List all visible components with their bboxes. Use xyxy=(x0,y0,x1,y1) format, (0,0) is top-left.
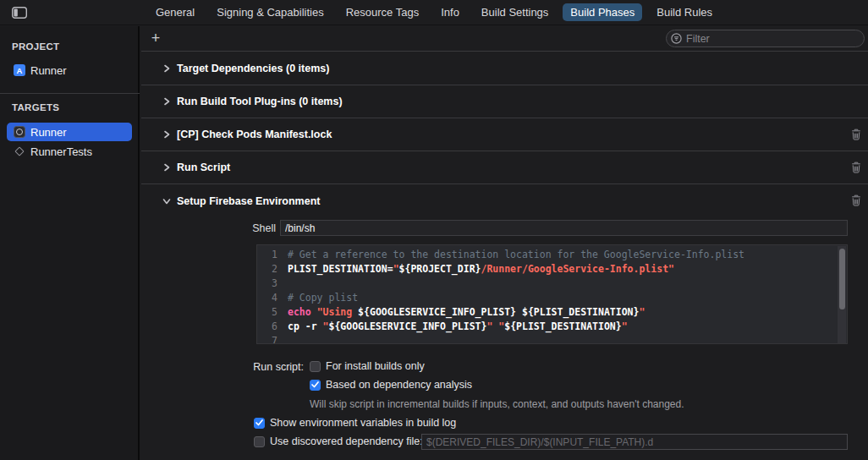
disclosure-button[interactable] xyxy=(162,162,173,172)
tab-build-settings[interactable]: Build Settings xyxy=(474,3,557,21)
phase-row-run-build-tool-plugins[interactable]: Run Build Tool Plug-ins (0 items) xyxy=(141,85,868,118)
code-line: 4# Copy plist xyxy=(257,291,847,305)
code-line: 5echo "Using ${GOOGLESERVICE_INFO_PLIST}… xyxy=(257,305,847,320)
code-line: 7 xyxy=(257,334,847,344)
code-line: 6cp -r "${GOOGLESERVICE_INFO_PLIST}" "${… xyxy=(257,320,847,334)
phase-title: Run Build Tool Plug-ins (0 items) xyxy=(177,96,343,107)
chevron-right-icon xyxy=(162,129,172,140)
sidebar-item-target-runnertests[interactable]: RunnerTests xyxy=(7,142,132,161)
editor-scrollbar[interactable] xyxy=(838,246,846,344)
target-editor-tabbar: General Signing & Capabilities Resource … xyxy=(0,0,868,25)
code-line: 3 xyxy=(257,277,847,291)
targets-section-header: TARGETS xyxy=(12,102,59,112)
disclosure-button[interactable] xyxy=(162,63,173,74)
app-target-icon xyxy=(14,126,25,138)
script-code-editor[interactable]: 1# Get a reference to the destination lo… xyxy=(256,244,848,344)
dependency-analysis-note: Will skip script in incremental builds i… xyxy=(310,398,684,410)
chevron-right-icon xyxy=(162,96,172,107)
checkbox-label: Use discovered dependency file: xyxy=(270,435,423,447)
tab-build-phases[interactable]: Build Phases xyxy=(563,3,642,21)
shell-label: Shell xyxy=(141,222,276,234)
sidebar-divider xyxy=(0,93,140,94)
option-use-discovered-dependency-file: Use discovered dependency file: xyxy=(254,435,423,447)
option-based-on-dependency-analysis: Based on dependency analysis xyxy=(310,379,472,391)
sidebar-item-target-runner[interactable]: Runner xyxy=(7,123,132,141)
code-line: 2PLIST_DESTINATION="${PROJECT_DIR}/Runne… xyxy=(257,262,847,277)
test-target-icon xyxy=(14,145,25,157)
show-env-variables-checkbox[interactable] xyxy=(254,418,265,429)
chevron-right-icon xyxy=(162,162,172,172)
filter-icon xyxy=(670,32,683,45)
checkbox-label: Based on dependency analysis xyxy=(326,379,472,391)
code-line: 1# Get a reference to the destination lo… xyxy=(257,248,847,262)
build-phases-content: + Target Dependencies (0 items) xyxy=(141,26,868,460)
sidebar-item-label: Runner xyxy=(30,126,67,139)
checkbox-label: For install builds only xyxy=(326,360,425,372)
for-install-builds-checkbox[interactable] xyxy=(310,361,321,372)
dependency-analysis-checkbox[interactable] xyxy=(310,380,321,391)
dependency-file-checkbox[interactable] xyxy=(254,436,265,447)
check-icon xyxy=(255,419,263,426)
sidebar-item-project-runner[interactable]: A Runner xyxy=(7,61,132,79)
trash-icon xyxy=(851,194,861,206)
tab-build-rules[interactable]: Build Rules xyxy=(649,3,720,21)
add-build-phase-button[interactable]: + xyxy=(146,29,165,47)
sidebar-toggle-icon xyxy=(12,7,27,19)
phase-row-target-dependencies[interactable]: Target Dependencies (0 items) xyxy=(141,52,868,85)
sidebar-item-label: RunnerTests xyxy=(30,145,92,158)
option-for-install-builds-only: For install builds only xyxy=(310,360,425,372)
delete-phase-button[interactable] xyxy=(851,162,861,173)
chevron-right-icon xyxy=(162,63,172,74)
tab-signing-capabilities[interactable]: Signing & Capabilities xyxy=(209,3,331,21)
phase-title: Run Script xyxy=(177,162,230,173)
project-targets-sidebar: PROJECT A Runner TARGETS Runner RunnerTe… xyxy=(0,26,140,460)
code-lines: 1# Get a reference to the destination lo… xyxy=(257,248,847,344)
phase-row-run-script[interactable]: Run Script xyxy=(141,151,868,184)
filter-field[interactable] xyxy=(666,30,865,47)
filter-input[interactable] xyxy=(683,33,864,45)
editor-scrollbar-thumb[interactable] xyxy=(839,249,845,309)
dependency-file-input[interactable] xyxy=(421,434,848,450)
project-section-header: PROJECT xyxy=(12,41,59,52)
phase-row-setup-firebase-environment[interactable]: Setup Firebase Environment xyxy=(141,184,868,217)
trash-icon xyxy=(851,162,861,173)
tab-info[interactable]: Info xyxy=(433,3,467,21)
trash-icon xyxy=(851,129,861,140)
setup-firebase-environment-details: Shell 1# Get a reference to the destinat… xyxy=(141,216,868,460)
disclosure-button[interactable] xyxy=(162,129,173,140)
tab-resource-tags[interactable]: Resource Tags xyxy=(338,3,426,21)
phase-title: [CP] Check Pods Manifest.lock xyxy=(177,129,332,140)
run-script-label: Run script: xyxy=(219,361,304,373)
disclosure-button[interactable] xyxy=(162,196,173,206)
tab-general[interactable]: General xyxy=(148,3,202,21)
disclosure-button[interactable] xyxy=(162,96,173,107)
chevron-down-icon xyxy=(162,196,172,206)
tab-group: General Signing & Capabilities Resource … xyxy=(0,3,868,21)
build-phases-toolbar: + xyxy=(141,26,868,52)
phase-title: Target Dependencies (0 items) xyxy=(177,63,329,74)
check-icon xyxy=(311,381,319,388)
delete-phase-button[interactable] xyxy=(851,129,861,140)
delete-phase-button[interactable] xyxy=(851,194,861,206)
phase-row-cp-check-pods-manifest[interactable]: [CP] Check Pods Manifest.lock xyxy=(141,118,868,151)
option-show-environment-variables: Show environment variables in build log xyxy=(254,417,456,429)
shell-path-input[interactable] xyxy=(280,220,848,236)
phase-title: Setup Firebase Environment xyxy=(177,195,320,207)
project-icon: A xyxy=(14,64,25,76)
sidebar-toggle-button[interactable] xyxy=(11,5,28,19)
xcode-build-phases-window: General Signing & Capabilities Resource … xyxy=(0,0,868,460)
sidebar-item-label: Runner xyxy=(30,64,67,77)
checkbox-label: Show environment variables in build log xyxy=(270,417,456,429)
